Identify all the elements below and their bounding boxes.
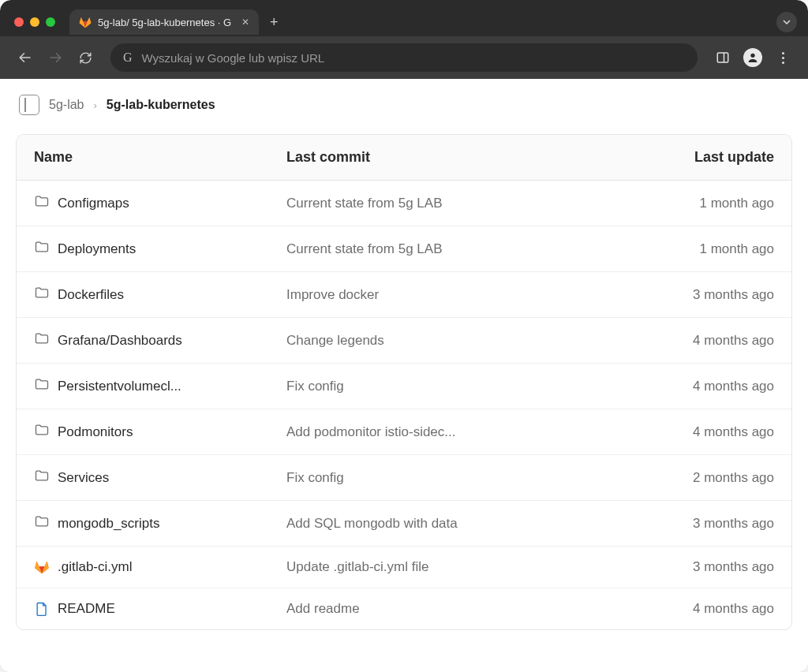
last-update: 3 months ago [640, 559, 774, 575]
kebab-menu-icon [782, 52, 784, 64]
svg-rect-0 [717, 53, 728, 62]
file-name: .gitlab-ci.yml [58, 559, 132, 575]
table-row: .gitlab-ci.ymlUpdate .gitlab-ci.yml file… [17, 547, 791, 588]
folder-icon [34, 193, 50, 213]
profile-button[interactable] [740, 45, 765, 70]
folder-icon [34, 376, 50, 396]
commit-message-link[interactable]: Fix config [286, 379, 640, 394]
breadcrumb: 5g-lab › 5g-lab-kubernetes [0, 79, 808, 134]
file-name: Services [58, 470, 109, 486]
gitlab-icon [34, 559, 50, 575]
last-update: 4 months ago [640, 333, 774, 349]
file-table-header: Name Last commit Last update [17, 135, 791, 181]
commit-message-link[interactable]: Update .gitlab-ci.yml file [286, 559, 640, 575]
table-row: ServicesFix config2 months ago [17, 455, 791, 501]
commit-message-link[interactable]: Add SQL mongodb with data [286, 516, 640, 532]
commit-message-link[interactable]: Add podmonitor istio-sidec... [286, 424, 640, 440]
breadcrumb-current: 5g-lab-kubernetes [107, 98, 215, 112]
file-name: Grafana/Dashboards [58, 333, 182, 349]
folder-icon [34, 239, 50, 259]
table-row: mongodb_scriptsAdd SQL mongodb with data… [17, 501, 791, 547]
commit-message-link[interactable]: Fix config [286, 470, 640, 486]
folder-icon [34, 422, 50, 442]
file-name-link[interactable]: Grafana/Dashboards [34, 330, 286, 350]
file-name-link[interactable]: README [34, 601, 286, 617]
file-name: Persistentvolumecl... [58, 379, 181, 394]
folder-icon [34, 513, 50, 533]
last-update: 2 months ago [640, 470, 774, 486]
last-update: 1 month ago [640, 241, 774, 257]
window-maximize-button[interactable] [46, 17, 55, 27]
gitlab-favicon-icon [79, 16, 92, 28]
file-name-link[interactable]: mongodb_scripts [34, 513, 286, 533]
back-button[interactable] [13, 45, 38, 70]
file-name: Configmaps [58, 196, 129, 211]
browser-chrome: 5g-lab/ 5g-lab-kubernetes · G ✕ + G Wysz… [0, 0, 808, 79]
header-name: Name [34, 149, 286, 166]
table-row: DeploymentsCurrent state from 5g LAB1 mo… [17, 226, 791, 272]
breadcrumb-parent[interactable]: 5g-lab [49, 98, 84, 112]
url-bar[interactable]: G Wyszukaj w Google lub wpisz URL [110, 43, 698, 72]
browser-tab[interactable]: 5g-lab/ 5g-lab-kubernetes · G ✕ [69, 9, 259, 35]
google-search-icon: G [123, 50, 133, 65]
last-update: 1 month ago [640, 196, 774, 211]
last-update: 4 months ago [640, 601, 774, 617]
arrow-left-icon [18, 50, 32, 65]
url-bar-placeholder: Wyszukaj w Google lub wpisz URL [142, 51, 325, 65]
sidebar-toggle-button[interactable] [19, 95, 39, 115]
header-last-update: Last update [640, 149, 774, 166]
last-update: 4 months ago [640, 424, 774, 440]
file-name-link[interactable]: Services [34, 468, 286, 487]
header-last-commit: Last commit [286, 149, 640, 166]
browser-menu-button[interactable] [770, 45, 795, 70]
file-name-link[interactable]: Persistentvolumecl... [34, 376, 286, 396]
file-name-link[interactable]: Dockerfiles [34, 285, 286, 304]
chevron-right-icon: › [93, 99, 96, 111]
commit-message-link[interactable]: Add readme [286, 601, 640, 617]
table-row: ConfigmapsCurrent state from 5g LAB1 mon… [17, 181, 791, 226]
tab-close-button[interactable]: ✕ [241, 17, 249, 28]
reload-button[interactable] [73, 45, 98, 70]
last-update: 4 months ago [640, 379, 774, 394]
file-browser: Name Last commit Last update ConfigmapsC… [16, 134, 792, 630]
file-name-link[interactable]: Deployments [34, 239, 286, 259]
table-row: Persistentvolumecl...Fix config4 months … [17, 364, 791, 409]
table-row: PodmonitorsAdd podmonitor istio-sidec...… [17, 409, 791, 455]
commit-message-link[interactable]: Change legends [286, 333, 640, 349]
avatar-icon [743, 48, 762, 67]
folder-icon [34, 468, 50, 487]
window-controls [14, 17, 55, 27]
sidepanel-button[interactable] [710, 45, 735, 70]
tab-strip: 5g-lab/ 5g-lab-kubernetes · G ✕ + [0, 0, 808, 36]
sidepanel-icon [716, 50, 730, 65]
last-update: 3 months ago [640, 287, 774, 303]
tab-title: 5g-lab/ 5g-lab-kubernetes · G [98, 17, 235, 28]
file-name: mongodb_scripts [58, 516, 159, 532]
chevron-down-icon [783, 18, 791, 26]
file-name: Dockerfiles [58, 287, 124, 303]
last-update: 3 months ago [640, 516, 774, 532]
file-name: Deployments [58, 241, 136, 257]
window-close-button[interactable] [14, 17, 24, 27]
file-name: README [58, 601, 115, 617]
table-row: READMEAdd readme4 months ago [17, 588, 791, 629]
file-name-link[interactable]: Configmaps [34, 193, 286, 213]
document-icon [34, 601, 50, 617]
window-minimize-button[interactable] [30, 17, 39, 27]
forward-button[interactable] [43, 45, 68, 70]
folder-icon [34, 285, 50, 304]
commit-message-link[interactable]: Current state from 5g LAB [286, 241, 640, 257]
file-name-link[interactable]: Podmonitors [34, 422, 286, 442]
table-row: DockerfilesImprove docker3 months ago [17, 272, 791, 318]
commit-message-link[interactable]: Current state from 5g LAB [286, 196, 640, 211]
reload-icon [79, 51, 92, 65]
tab-dropdown-button[interactable] [776, 12, 797, 32]
arrow-right-icon [48, 50, 62, 65]
browser-toolbar: G Wyszukaj w Google lub wpisz URL [0, 36, 808, 79]
page-content: 5g-lab › 5g-lab-kubernetes Name Last com… [0, 79, 808, 672]
file-name-link[interactable]: .gitlab-ci.yml [34, 559, 286, 575]
new-tab-button[interactable]: + [270, 14, 279, 31]
file-name: Podmonitors [58, 424, 133, 440]
commit-message-link[interactable]: Improve docker [286, 287, 640, 303]
svg-point-2 [750, 54, 754, 58]
